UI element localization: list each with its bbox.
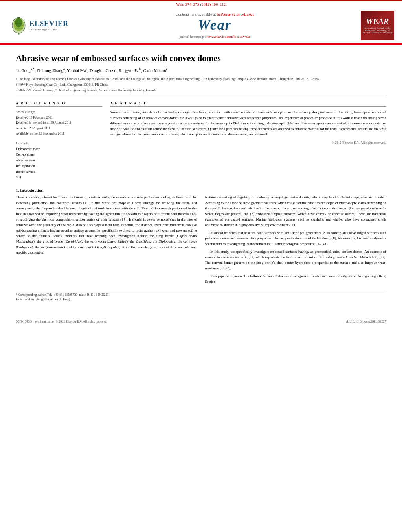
keyword-1: Embossed surface (16, 146, 102, 152)
wear-logo-text: WEAR (361, 17, 394, 26)
journal-homepage: journal homepage: www.elsevier.com/locat… (69, 35, 361, 39)
keyword-3: Abrasive wear (16, 158, 102, 163)
article-content: Abrasive wear of embossed surfaces with … (0, 45, 402, 310)
body-left-col: There is a strong interest both from the… (16, 195, 197, 287)
author-bingyun: Bingyun Jiab (119, 68, 141, 73)
contents-available: Contents lists available at SciVerse Sci… (69, 12, 361, 17)
abstract-column: A B S T R A C T Some soil-burrowing anim… (110, 101, 386, 180)
authors-line: Jin Tonga,*, Zhihong Zhanga, Yunhai Maa,… (16, 67, 386, 74)
body-columns: There is a strong interest both from the… (16, 195, 386, 287)
journal-volume: Wear 274–275 (2012) 196–212 (0, 1, 402, 7)
page: Wear 274–275 (2012) 196–212 ELSEVIER the… (0, 0, 402, 532)
abstract-header: A B S T R A C T (110, 101, 386, 107)
affiliations: a The Key Laboratory of Engineering Bion… (16, 76, 386, 93)
journal-title: Wear (69, 17, 361, 33)
email-line: E-mail address: jtong@jlu.edu.cn (J. Ton… (16, 297, 386, 302)
keyword-5: Bionic surface (16, 169, 102, 174)
journal-center: Contents lists available at SciVerse Sci… (69, 12, 361, 39)
journal-header: ELSEVIER the intelligent link Contents l… (0, 7, 402, 44)
history-label: Article history: (16, 110, 102, 115)
body-content: 1. Introduction There is a strong intere… (16, 188, 386, 287)
page-footer: 0043-1648/$ – see front matter © 2011 El… (0, 318, 402, 325)
affiliation-c: c MENRVA Research Group, School of Engin… (16, 88, 386, 93)
analyzed-word: analyzed (370, 236, 383, 240)
footer-doi: doi:10.1016/j.wear.2011.08.027 (346, 320, 386, 323)
affiliation-b: b FAW-Koyo Steering Gear Co., Ltd., Chan… (16, 82, 386, 87)
info-abstract-columns: A R T I C L E I N F O Article history: R… (16, 101, 386, 180)
article-info-column: A R T I C L E I N F O Article history: R… (16, 101, 102, 180)
revised-date: Received in revised form 19 August 2011 (16, 120, 102, 126)
affiliation-a: a The Key Laboratory of Engineering Bion… (16, 76, 386, 82)
section-1-title: 1. Introduction (16, 188, 386, 193)
article-history: Article history: Received 19 February 20… (16, 110, 102, 136)
body-para-2: features consisting of regularly or rand… (205, 195, 387, 228)
available-date: Available online 22 September 2011 (16, 131, 102, 137)
received-date: Received 19 February 2011 (16, 115, 102, 120)
abstract-body: Some soil-burrowing animals and other bi… (110, 110, 386, 137)
author-carlo: Carlo Menonc (143, 68, 167, 73)
elsevier-logo: ELSEVIER the intelligent link (8, 15, 69, 36)
elsevier-subtitle: the intelligent link (30, 28, 57, 31)
body-para-3: It should be noted that beaches have sur… (205, 230, 387, 247)
body-para-5: This paper is organized as follows: Sect… (205, 274, 387, 285)
elsevier-name: ELSEVIER (30, 20, 69, 28)
footnote-section: * Corresponding author. Tel.: +86 431 85… (16, 291, 386, 302)
section-divider (16, 97, 386, 97)
footer-issn: 0043-1648/$ – see front matter © 2011 El… (16, 320, 107, 323)
author-zhihong: Zhihong Zhanga (37, 68, 65, 73)
body-para-1: There is a strong interest both from the… (16, 195, 197, 255)
elsevier-tree-icon (8, 15, 30, 36)
keyword-4: Bioinspiration (16, 163, 102, 169)
keyword-6: Soil (16, 174, 102, 180)
wear-logo-subtitle: International Journal on the Science and… (361, 27, 394, 34)
keywords-label: Keywords: (16, 141, 102, 146)
article-title: Abrasive wear of embossed surfaces with … (16, 53, 386, 64)
keywords-section: Keywords: Embossed surface Convex dome A… (16, 141, 102, 180)
author-jin-tong: Jin Tonga,* (16, 68, 34, 73)
accepted-date: Accepted 23 August 2011 (16, 126, 102, 131)
homepage-link[interactable]: www.elsevier.com/locate/wear (207, 35, 250, 39)
author-yunhai: Yunhai Maa (67, 68, 87, 73)
wear-logo-box: WEAR International Journal on the Scienc… (361, 11, 394, 40)
corresponding-author-note: * Corresponding author. Tel.: +86 431 85… (16, 293, 386, 297)
keyword-2: Convex dome (16, 152, 102, 157)
copyright-notice: © 2011 Elsevier B.V. All rights reserved… (110, 141, 386, 145)
body-para-4: In this study, we specifically investiga… (205, 249, 387, 271)
author-donghui: Donghui Chena (89, 68, 116, 73)
article-info-header: A R T I C L E I N F O (16, 101, 102, 107)
body-right-col: features consisting of regularly or rand… (205, 195, 387, 287)
